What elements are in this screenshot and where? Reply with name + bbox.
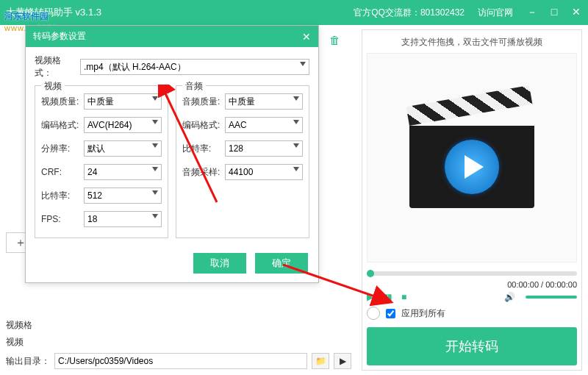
delete-icon[interactable]: 🗑	[329, 34, 340, 46]
chevron-down-icon	[152, 214, 158, 218]
video-label: 视频	[6, 336, 24, 349]
maximize-button[interactable]: □	[548, 6, 560, 19]
video-preview[interactable]	[367, 53, 577, 262]
preview-hint: 支持文件拖拽，双击文件可播放视频	[367, 35, 577, 53]
format-select[interactable]: .mp4（默认 H.264-AAC）	[80, 59, 309, 75]
chevron-down-icon	[293, 120, 299, 124]
audio-sample-select[interactable]: 44100	[225, 164, 303, 180]
output-dir-input[interactable]	[54, 353, 307, 369]
ok-button[interactable]: 确定	[255, 253, 308, 274]
encode-settings-dialog: 转码参数设置 ✕ 视频格式： .mp4（默认 H.264-AAC） 视频 视频质…	[25, 25, 319, 283]
crf-select[interactable]: 24	[84, 164, 162, 180]
audio-bitrate-select[interactable]: 128	[225, 140, 303, 157]
play-icon[interactable]: ▶	[367, 292, 373, 302]
format-label: 视频格式：	[35, 54, 76, 79]
video-quality-select[interactable]: 中质量	[84, 93, 162, 110]
open-folder-button[interactable]: ▶	[334, 353, 351, 369]
chevron-down-icon	[293, 96, 299, 101]
dialog-close-button[interactable]: ✕	[302, 31, 311, 43]
audio-legend: 音频	[182, 80, 206, 93]
preview-panel: 支持文件拖拽，双击文件可播放视频 00:00:00 / 00:00:00 ▶ ▮…	[362, 29, 582, 371]
chevron-down-icon	[152, 143, 158, 148]
apply-all-label: 应用到所有	[401, 307, 445, 320]
chevron-down-icon	[152, 167, 158, 171]
globe-icon	[367, 307, 380, 320]
clapperboard-icon	[409, 107, 534, 210]
cancel-button[interactable]: 取消	[193, 253, 246, 274]
dialog-title: 转码参数设置	[33, 30, 302, 43]
chevron-down-icon	[152, 190, 158, 195]
chevron-down-icon	[300, 62, 306, 66]
browse-folder-button[interactable]: 📁	[312, 353, 329, 369]
audio-quality-select[interactable]: 中质量	[225, 93, 303, 110]
apply-all-checkbox[interactable]	[386, 309, 395, 318]
video-codec-select[interactable]: AVC(H264)	[84, 117, 162, 133]
stop-icon[interactable]: ■	[401, 292, 406, 302]
chevron-down-icon	[293, 167, 299, 171]
time-display: 00:00:00 / 00:00:00	[367, 280, 577, 289]
close-button[interactable]: ✕	[570, 6, 582, 19]
chevron-down-icon	[152, 96, 158, 101]
video-bitrate-select[interactable]: 512	[84, 188, 162, 204]
audio-codec-select[interactable]: AAC	[225, 117, 303, 133]
progress-slider[interactable]	[367, 271, 577, 276]
output-dir-label: 输出目录：	[6, 355, 50, 368]
minimize-button[interactable]: －	[526, 6, 538, 19]
chevron-down-icon	[293, 143, 299, 148]
video-legend: 视频	[41, 80, 65, 93]
start-transcode-button[interactable]: 开始转码	[367, 327, 577, 365]
chevron-down-icon	[152, 120, 158, 124]
volume-slider[interactable]	[526, 296, 577, 299]
qq-group-link[interactable]: 官方QQ交流群：801302432	[354, 7, 465, 19]
pause-icon[interactable]: ▮▮	[384, 292, 391, 302]
website-link[interactable]: 访问官网	[478, 7, 513, 19]
resolution-select[interactable]: 默认	[84, 140, 162, 157]
fps-select[interactable]: 18	[84, 211, 162, 227]
video-fmt-label: 视频格	[6, 319, 32, 332]
titlebar: 大黄蜂转码助手 v3.1.3 官方QQ交流群：801302432 访问官网 － …	[0, 0, 588, 25]
volume-icon[interactable]: 🔊	[504, 292, 515, 302]
